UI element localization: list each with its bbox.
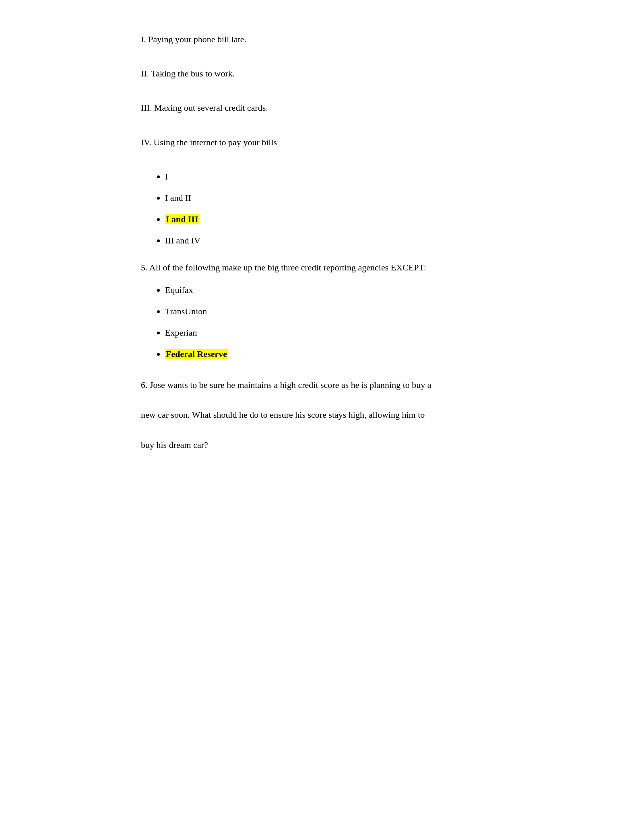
q4-option-3-text: I and III (165, 214, 199, 224)
item-III: III. Maxing out several credit cards. (141, 101, 503, 115)
item-IV: IV. Using the internet to pay your bills (141, 135, 503, 149)
item-I-text: I. Paying your phone bill late. (141, 32, 503, 46)
q4-option-4-text: III and IV (165, 235, 200, 245)
q5-option-2: TransUnion (165, 304, 503, 318)
q5-option-4-text: Federal Reserve (165, 349, 228, 359)
item-II: II. Taking the bus to work. (141, 66, 503, 80)
q5-option-1: Equifax (165, 283, 503, 297)
q5-option-3: Experian (165, 326, 503, 340)
q5-option-3-text: Experian (165, 328, 197, 338)
q5-option-1-text: Equifax (165, 285, 193, 295)
q4-option-2-text: I and II (165, 193, 191, 203)
q4-option-1: I (165, 169, 503, 184)
q5-section: 5. All of the following make up the big … (141, 260, 503, 361)
q6-line1: 6. Jose wants to be sure he maintains a … (141, 380, 431, 390)
item-IV-text: IV. Using the internet to pay your bills (141, 135, 503, 149)
q5-option-2-text: TransUnion (165, 306, 207, 316)
q6-text: 6. Jose wants to be sure he maintains a … (141, 377, 503, 453)
main-content: I. Paying your phone bill late. II. Taki… (141, 32, 503, 453)
q6-line3: buy his dream car? (141, 440, 208, 450)
q4-options-list: I I and II I and III III and IV (165, 169, 503, 248)
q5-options-list: Equifax TransUnion Experian Federal Rese… (165, 283, 503, 361)
q4-option-3-highlighted: I and III (165, 212, 503, 226)
q4-option-4: III and IV (165, 233, 503, 247)
q5-question-text: 5. All of the following make up the big … (141, 260, 503, 275)
q6-section: 6. Jose wants to be sure he maintains a … (141, 377, 503, 453)
q4-option-2: I and II (165, 191, 503, 205)
q5-option-4-highlighted: Federal Reserve (165, 347, 503, 361)
item-I: I. Paying your phone bill late. (141, 32, 503, 46)
item-II-text: II. Taking the bus to work. (141, 66, 503, 80)
item-III-text: III. Maxing out several credit cards. (141, 101, 503, 115)
q4-option-1-text: I (165, 171, 168, 181)
q6-line2: new car soon. What should he do to ensur… (141, 410, 425, 420)
